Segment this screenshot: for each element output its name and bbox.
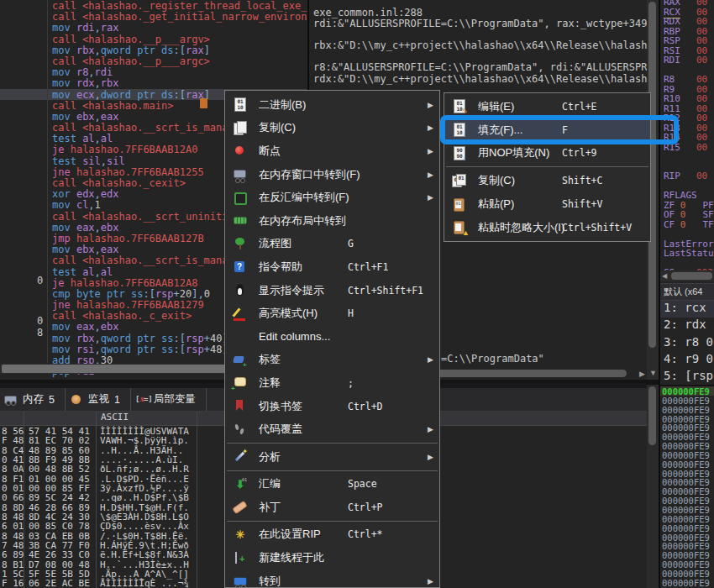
register-gap <box>664 151 714 161</box>
disassembly-line[interactable]: mov rdx,rbx <box>0 77 307 88</box>
register-row-rdi[interactable]: RDI00 <box>664 55 714 65</box>
disassembly-line[interactable]: call <halashao.__p___argv> <box>0 34 307 45</box>
stack-address-row[interactable]: 000000FE9 <box>660 432 714 441</box>
menu-item-copy[interactable]: 复制(C)▶ <box>225 117 439 140</box>
stack-address-row[interactable]: 000000FE9 <box>660 496 714 505</box>
stack-address-row[interactable]: 000000FE9 <box>660 414 714 423</box>
stack-address-row[interactable]: 000000FE9 <box>660 578 714 587</box>
menu-item-label[interactable]: +标签▶ <box>225 349 439 372</box>
info-lines: exe_common.inl:288rdi:&"ALLUSERSPROFILE=… <box>309 0 647 84</box>
menu-item-patch[interactable]: 补丁Ctrl+P <box>225 496 439 519</box>
menu-item-analysis[interactable]: ✦分析▶ <box>225 445 439 469</box>
convention-arg[interactable]: 5: [rsp <box>660 369 714 385</box>
register-row-rip[interactable]: RIP00 <box>664 171 714 181</box>
stack-address-row[interactable]: 000000FE9 <box>660 459 714 469</box>
paste-ignore-icon: ▲ <box>452 220 467 234</box>
register-row-rax[interactable]: RAX00 <box>664 0 714 7</box>
menu-item-memory-layout[interactable]: 在内存布局中转到 <box>225 209 439 233</box>
assemble-icon: ⬇01 <box>233 477 248 491</box>
convention-arg[interactable]: 1: rcx <box>660 301 714 318</box>
bookmark-icon <box>233 399 248 413</box>
stack-vscrollbar[interactable] <box>647 385 659 588</box>
set-rip-icon: ✳ <box>233 528 248 542</box>
register-row-of[interactable]: OF 0 SF <box>664 209 714 219</box>
register-row-rsi[interactable]: RSI00 <box>664 45 714 55</box>
menu-item-goto[interactable]: 转到▶ <box>225 570 439 588</box>
submenu-arrow-icon: ▶ <box>428 171 433 179</box>
menu-item-coverage[interactable]: 代码覆盖▶ <box>225 417 439 441</box>
menu-shortcut: Ctrl+Shift+F1 <box>348 285 423 297</box>
stack-address-row[interactable]: 000000FE9 <box>660 396 714 405</box>
stack-address-row[interactable]: 000000FE9 <box>660 486 714 496</box>
register-row-r10[interactable]: R1000 <box>664 93 714 103</box>
register-row-lasterror[interactable]: LastError <box>664 239 714 249</box>
stack-address-row[interactable]: 000000FE9 <box>660 469 714 478</box>
register-row-zf[interactable]: ZF 0 PF <box>664 200 714 210</box>
stack-address-row[interactable]: 000000FE9 <box>660 569 714 578</box>
menu-item-binary[interactable]: 01 10二进制(B)▶ <box>225 93 439 117</box>
menu-item-assemble[interactable]: ⬇01汇编Space <box>225 473 439 496</box>
disassembly-line[interactable]: mov rbx,qword ptr ds:[rax] <box>0 45 307 55</box>
disassembly-line[interactable]: call <halashao._register_thread_local_ex… <box>0 0 307 11</box>
stack-address-row[interactable]: 000000FE9 <box>660 405 714 414</box>
register-row-r9[interactable]: R900 <box>664 84 714 94</box>
menu-item-binary-nop[interactable]: 90 90↓用NOP填充(N)Ctrl+9 <box>444 142 650 165</box>
menu-item-new-thread[interactable]: +新建线程于此 <box>225 546 439 570</box>
menu-item-paste[interactable]: 01粘贴(P)Shift+V <box>444 192 650 216</box>
stack-address-row[interactable]: 000000FE9 <box>660 541 714 550</box>
menu-item-none[interactable]: Edit columns... <box>225 325 439 349</box>
menu-item-label: 用NOP填充(N) <box>478 145 549 160</box>
stack-address-row[interactable]: 000000FE9 <box>660 505 714 514</box>
convention-arg[interactable]: 3: r8 0 <box>660 335 714 352</box>
register-row-rsp[interactable]: RSP00 <box>664 35 714 45</box>
register-row-laststatus[interactable]: LastStatus <box>664 248 714 258</box>
stack-address-row[interactable]: 000000FE9 <box>660 386 714 396</box>
register-row-rbp[interactable]: RBP00 <box>664 26 714 36</box>
stack-address-row[interactable]: 000000FE9 <box>660 514 714 523</box>
stack-panel: 000000FE9000000FE9000000FE9000000FE90000… <box>660 386 714 588</box>
menu-item-binary-copy[interactable]: 0101复制(C)Shift+C <box>444 169 650 192</box>
menu-item-breakpoint[interactable]: 断点▶ <box>225 139 439 163</box>
stack-address-row[interactable]: 000000FE9 <box>660 477 714 486</box>
scroll-right-icon[interactable]: ▶ <box>639 370 645 378</box>
tab-watch[interactable]: 监视1 <box>66 388 131 411</box>
menu-item-tips[interactable]: 显示指令提示Ctrl+Shift+F1 <box>225 279 439 302</box>
gutter-char: 0 <box>37 315 43 327</box>
menu-item-help[interactable]: ?指令帮助Ctrl+F1 <box>225 255 439 279</box>
stack-address-row[interactable]: 000000FE9 <box>660 559 714 569</box>
convention-arg[interactable]: 2: rdx <box>660 318 714 334</box>
register-row-cf[interactable]: CF 0 TF <box>664 219 714 229</box>
menu-item-disasm-goto[interactable]: 在反汇编中转到(F)▶ <box>225 186 439 209</box>
disassembly-line[interactable]: call <halashao._get_initial_narrow_envir… <box>0 11 307 22</box>
tab-memory[interactable]: 内存5 <box>0 388 66 411</box>
convention-arg[interactable]: 4: r9 0 <box>660 352 714 369</box>
menu-item-paste-ignore[interactable]: ▲粘贴时忽略大小(I)Ctrl+Shift+V <box>444 216 650 239</box>
menu-item-comment[interactable]: +注释; <box>225 371 439 395</box>
register-row-rdx[interactable]: RDX00 <box>664 16 714 26</box>
menu-item-memory-window[interactable]: 在内存窗口中转到(F)▶ <box>225 163 439 186</box>
scroll-left-icon[interactable]: ◀ <box>662 272 667 280</box>
disassembly-line[interactable]: call <halashao.__p___argc> <box>0 55 307 66</box>
calling-convention-args: 1: rcx2: rdx3: r8 04: r9 05: [rsp <box>660 301 714 385</box>
register-row-rcx[interactable]: RCX00 <box>664 7 714 17</box>
register-row-rflags[interactable]: RFLAGS <box>664 190 714 200</box>
menu-item-set-rip[interactable]: ✳在此设置RIPCtrl+* <box>225 523 439 547</box>
disassembly-line[interactable]: mov rdi,rax <box>0 22 307 33</box>
menu-item-graph[interactable]: 流程图G <box>225 233 439 256</box>
register-row-r11[interactable]: R1100 <box>664 103 714 113</box>
tab-locals[interactable]: [x=]局部变量 <box>131 388 207 411</box>
stack-address-row[interactable]: 000000FE9 <box>660 423 714 432</box>
disassembly-line[interactable]: mov r8,rdi <box>0 66 307 77</box>
menu-item-highlight[interactable]: 高亮模式(H)H <box>225 302 439 325</box>
scroll-down-icon[interactable]: ▼ <box>649 369 657 377</box>
stack-address-row[interactable]: 000000FE9 <box>660 441 714 450</box>
menu-item-bookmark[interactable]: 切换书签Ctrl+D <box>225 395 439 418</box>
stack-address-row[interactable]: 000000FE9 <box>660 450 714 459</box>
registers-hscrollbar[interactable]: ◀ <box>660 270 714 281</box>
stack-address-row[interactable]: 000000FE9 <box>660 550 714 559</box>
register-row-r8[interactable]: R800 <box>664 74 714 84</box>
stack-address-row[interactable]: 000000FE9 <box>660 533 714 542</box>
registers-panel: RAX00RCX00RDX00RBP00RSP00RSI00RDI00R800R… <box>660 0 714 385</box>
stack-address-row[interactable]: 000000FE9 <box>660 523 714 533</box>
calling-convention-header[interactable]: 默认 (x64 <box>660 283 714 301</box>
